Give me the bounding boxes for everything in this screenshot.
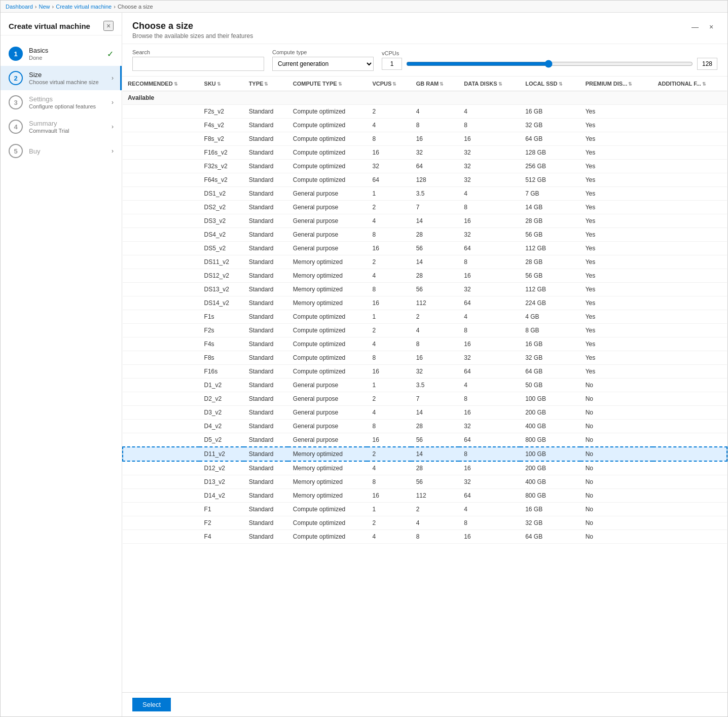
close-panel-button[interactable]: ×	[103, 21, 114, 31]
col-type[interactable]: TYPE⇅	[244, 77, 288, 91]
table-cell: 2	[367, 255, 411, 269]
breadcrumb-create-vm[interactable]: Create virtual machine	[56, 4, 112, 10]
col-premium-dis[interactable]: PREMIUM DIS...⇅	[580, 77, 653, 91]
breadcrumb-dashboard[interactable]: Dashboard	[6, 4, 33, 10]
table-row[interactable]: DS14_v2StandardMemory optimized161126422…	[123, 296, 727, 310]
table-row[interactable]: F16s_v2StandardCompute optimized16323212…	[123, 146, 727, 160]
table-cell	[653, 283, 727, 296]
table-row[interactable]: DS12_v2StandardMemory optimized4281656 G…	[123, 269, 727, 283]
table-row[interactable]: D12_v2StandardMemory optimized42816200 G…	[123, 461, 727, 475]
table-row[interactable]: F4StandardCompute optimized481664 GBNo	[123, 530, 727, 544]
table-row[interactable]: DS5_v2StandardGeneral purpose165664112 G…	[123, 242, 727, 255]
table-row[interactable]: DS11_v2StandardMemory optimized214828 GB…	[123, 255, 727, 269]
table-row[interactable]: DS3_v2StandardGeneral purpose4141628 GBY…	[123, 214, 727, 228]
table-cell: General purpose	[288, 392, 368, 406]
table-container[interactable]: RECOMMENDED⇅ SKU⇅ TYPE⇅ COMPUTE TYPE⇅ VC…	[122, 77, 727, 692]
table-cell: 400 GB	[520, 420, 580, 433]
minimize-button[interactable]: —	[689, 21, 701, 33]
table-row[interactable]: F8s_v2StandardCompute optimized8161664 G…	[123, 132, 727, 146]
table-row[interactable]: F4sStandardCompute optimized481616 GBYes	[123, 337, 727, 351]
table-row[interactable]: D13_v2StandardMemory optimized85632400 G…	[123, 475, 727, 489]
table-row[interactable]: D1_v2StandardGeneral purpose13.5450 GBNo	[123, 379, 727, 392]
table-row[interactable]: D2_v2StandardGeneral purpose278100 GBNo	[123, 392, 727, 406]
table-cell: 7 GB	[520, 187, 580, 201]
table-cell: 56	[411, 433, 459, 447]
table-row[interactable]: D5_v2StandardGeneral purpose165664800 GB…	[123, 433, 727, 447]
table-cell: Standard	[244, 503, 288, 516]
table-cell: 256 GB	[520, 160, 580, 173]
compute-type-group: Compute type All types Current generatio…	[272, 49, 374, 71]
breadcrumb-new[interactable]: New	[39, 4, 50, 10]
table-cell: 4	[459, 105, 520, 119]
sort-sku-icon: ⇅	[217, 82, 221, 87]
table-cell: 2	[367, 447, 411, 461]
table-cell: No	[580, 530, 653, 544]
table-cell: Standard	[244, 406, 288, 420]
table-cell: 16	[367, 296, 411, 310]
table-row[interactable]: F16sStandardCompute optimized16326464 GB…	[123, 365, 727, 379]
step-1-basics[interactable]: 1 Basics Done ✓	[1, 42, 122, 66]
table-row[interactable]: F2s_v2StandardCompute optimized24416 GBY…	[123, 105, 727, 119]
search-input[interactable]	[132, 57, 264, 71]
table-row[interactable]: D3_v2StandardGeneral purpose41416200 GBN…	[123, 406, 727, 420]
col-data-disks[interactable]: DATA DISKS⇅	[459, 77, 520, 91]
table-row[interactable]: F1StandardCompute optimized12416 GBNo	[123, 503, 727, 516]
table-row[interactable]: F2sStandardCompute optimized2488 GBYes	[123, 324, 727, 337]
table-row[interactable]: DS13_v2StandardMemory optimized85632112 …	[123, 283, 727, 296]
table-cell	[653, 119, 727, 132]
table-cell: 16	[367, 489, 411, 503]
table-row[interactable]: F4s_v2StandardCompute optimized48832 GBY…	[123, 119, 727, 132]
table-row[interactable]: D14_v2StandardMemory optimized1611264800…	[123, 489, 727, 503]
table-cell: 4	[367, 269, 411, 283]
table-row[interactable]: F32s_v2StandardCompute optimized32643225…	[123, 160, 727, 173]
col-recommended[interactable]: RECOMMENDED⇅	[123, 77, 199, 91]
table-cell: 4	[367, 406, 411, 420]
step-4-summary[interactable]: 4 Summary Commvault Trial ›	[1, 115, 122, 139]
table-row[interactable]: DS2_v2StandardGeneral purpose27814 GBYes	[123, 201, 727, 214]
table-cell: 32	[459, 351, 520, 365]
col-gb-ram[interactable]: GB RAM⇅	[411, 77, 459, 91]
table-cell: 14	[411, 214, 459, 228]
step-2-size[interactable]: 2 Size Choose virtual machine size ›	[1, 66, 122, 90]
table-cell	[653, 310, 727, 324]
table-cell: 3.5	[411, 379, 459, 392]
select-button[interactable]: Select	[132, 698, 171, 711]
table-cell	[653, 516, 727, 530]
col-local-ssd[interactable]: LOCAL SSD⇅	[520, 77, 580, 91]
step-5-buy[interactable]: 5 Buy ›	[1, 139, 122, 163]
table-row[interactable]: D4_v2StandardGeneral purpose82832400 GBN…	[123, 420, 727, 433]
table-row[interactable]: D11_v2StandardMemory optimized2148100 GB…	[123, 447, 727, 461]
table-cell: Memory optimized	[288, 475, 368, 489]
close-panel-right-button[interactable]: ×	[705, 21, 717, 33]
table-cell: 16	[459, 337, 520, 351]
vcpu-max-input[interactable]	[697, 58, 717, 70]
table-cell: 56 GB	[520, 269, 580, 283]
table-row[interactable]: F2StandardCompute optimized24832 GBNo	[123, 516, 727, 530]
table-cell: Memory optimized	[288, 461, 368, 475]
col-compute-type[interactable]: COMPUTE TYPE⇅	[288, 77, 368, 91]
sort-additional-icon: ⇅	[702, 82, 706, 87]
compute-type-select[interactable]: All types Current generation Previous ge…	[272, 57, 374, 71]
table-cell: 28	[411, 269, 459, 283]
table-cell	[123, 228, 199, 242]
table-row[interactable]: F1sStandardCompute optimized1244 GBYes	[123, 310, 727, 324]
table-cell: Standard	[244, 433, 288, 447]
table-row[interactable]: DS1_v2StandardGeneral purpose13.547 GBYe…	[123, 187, 727, 201]
vcpu-min-input[interactable]	[382, 58, 402, 70]
table-row[interactable]: F64s_v2StandardCompute optimized64128325…	[123, 173, 727, 187]
table-cell: 2	[367, 392, 411, 406]
table-cell	[123, 406, 199, 420]
table-cell: General purpose	[288, 433, 368, 447]
table-cell: 4 GB	[520, 310, 580, 324]
col-sku[interactable]: SKU⇅	[199, 77, 244, 91]
table-cell: Compute optimized	[288, 160, 368, 173]
col-additional-f[interactable]: ADDITIONAL F...⇅	[653, 77, 727, 91]
table-cell: DS11_v2	[199, 255, 244, 269]
vcpu-slider[interactable]	[406, 60, 693, 68]
col-vcpus[interactable]: VCPUS⇅	[367, 77, 411, 91]
table-cell: General purpose	[288, 379, 368, 392]
table-row[interactable]: DS4_v2StandardGeneral purpose8283256 GBY…	[123, 228, 727, 242]
table-row[interactable]: F8sStandardCompute optimized8163232 GBYe…	[123, 351, 727, 365]
table-cell: 32	[459, 420, 520, 433]
step-3-settings[interactable]: 3 Settings Configure optional features ›	[1, 90, 122, 115]
